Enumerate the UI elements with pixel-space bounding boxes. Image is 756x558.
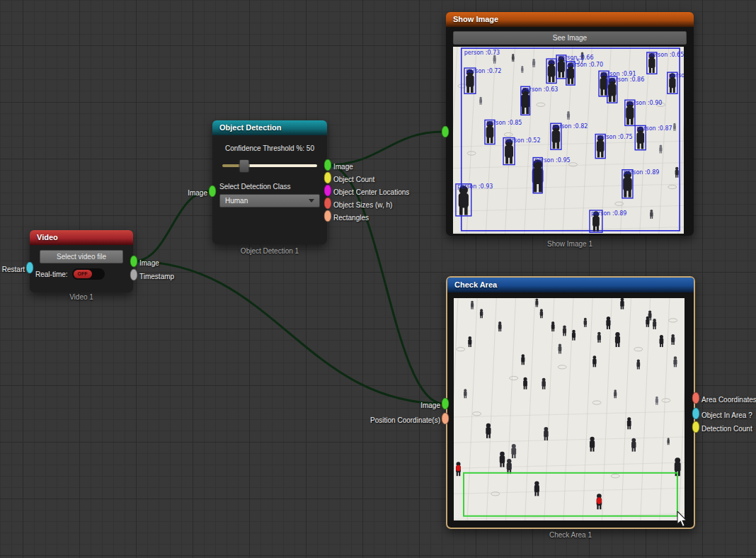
port-label: Object Center Locations — [333, 188, 409, 196]
port-restart[interactable] — [26, 262, 34, 274]
node-video-caption: Video 1 — [30, 293, 133, 301]
port-image[interactable] — [442, 126, 449, 138]
port-label: Rectangles — [333, 214, 369, 222]
port-label: Image — [139, 259, 159, 267]
check-area-preview[interactable] — [454, 298, 685, 520]
svg-text:person :0.82: person :0.82 — [552, 123, 588, 130]
detection-class-value: Human — [225, 197, 248, 205]
svg-text:person :0.75: person :0.75 — [597, 134, 632, 140]
port-label: Detection Count — [701, 425, 752, 433]
node-object-detection-title: Object Detection — [219, 123, 281, 132]
port-label: Position Coordinate(s) — [370, 416, 440, 424]
see-image-button[interactable]: See Image — [453, 31, 687, 45]
chevron-down-icon — [309, 199, 314, 203]
svg-text:person :0.63: person :0.63 — [522, 86, 558, 93]
port-object-sizes-w-h[interactable] — [324, 198, 332, 210]
node-show-image-header[interactable]: Show Image — [446, 12, 694, 27]
node-object-detection-header[interactable]: Object Detection — [212, 120, 327, 135]
wire[interactable] — [328, 132, 443, 165]
select-video-file-button[interactable]: Select video file — [40, 250, 123, 263]
node-video-header[interactable]: Video — [30, 230, 133, 245]
realtime-toggle[interactable]: OFF — [72, 268, 105, 280]
port-position-coordinate-s[interactable] — [442, 413, 449, 425]
port-label: Object Sizes (w, h) — [333, 201, 392, 209]
confidence-threshold-label: Confidence Threshold %: 50 — [212, 144, 327, 152]
port-area-coordinates[interactable] — [692, 392, 700, 404]
show-image-preview: person :0.73person :0.72person :0.63pers… — [453, 47, 684, 234]
port-label: Image — [420, 402, 440, 409]
svg-text:person :0.87: person :0.87 — [636, 125, 672, 132]
wire[interactable] — [134, 261, 443, 404]
node-show-image-caption: Show Image 1 — [446, 240, 694, 248]
port-image[interactable] — [209, 186, 217, 198]
port-label: Restart — [2, 266, 25, 273]
port-label: Image — [188, 189, 207, 197]
port-object-in-area[interactable] — [692, 408, 700, 420]
node-video[interactable]: Video Select video file Real-time: OFF — [30, 230, 133, 292]
slider-track[interactable] — [222, 164, 317, 167]
svg-text:person :0.65: person :0.65 — [648, 52, 684, 58]
port-image[interactable] — [442, 398, 449, 410]
node-video-title: Video — [37, 233, 58, 241]
svg-text:person :0.73: person :0.73 — [464, 50, 500, 56]
node-check-area[interactable]: Check Area — [446, 276, 695, 529]
node-object-detection[interactable]: Object Detection Confidence Threshold %:… — [212, 120, 327, 244]
confidence-threshold-slider[interactable] — [222, 159, 317, 171]
port-image[interactable] — [130, 256, 138, 268]
port-timestamp[interactable] — [130, 269, 138, 281]
port-object-count[interactable] — [324, 172, 332, 184]
node-editor-canvas[interactable]: Video Select video file Real-time: OFF V… — [0, 0, 756, 558]
port-label: Timestamp — [139, 273, 174, 280]
svg-text:person :0.72: person :0.72 — [466, 68, 501, 74]
svg-text:person :0.93: person :0.93 — [457, 183, 493, 190]
svg-text:person :0.95: person :0.95 — [534, 157, 570, 164]
svg-text:person :0.88: person :0.88 — [669, 72, 684, 79]
realtime-toggle-state: OFF — [74, 270, 92, 278]
wire[interactable] — [134, 191, 210, 261]
svg-text:person :0.90: person :0.90 — [626, 100, 662, 106]
detection-class-label: Select Detection Class — [219, 183, 327, 190]
port-detection-count[interactable] — [692, 421, 700, 433]
port-rectangles[interactable] — [324, 210, 332, 222]
svg-text:person :0.85: person :0.85 — [486, 120, 522, 126]
node-check-area-header[interactable]: Check Area — [447, 278, 694, 292]
svg-text:person :0.52: person :0.52 — [505, 137, 540, 144]
port-image[interactable] — [324, 159, 332, 171]
svg-text:person :0.86: person :0.86 — [609, 76, 644, 83]
detection-class-select[interactable]: Human — [219, 194, 320, 207]
port-label: Object In Area ? — [701, 411, 752, 419]
node-check-area-caption: Check Area 1 — [446, 531, 695, 539]
port-label: Object Count — [333, 176, 374, 183]
node-object-detection-caption: Object Detection 1 — [212, 247, 327, 255]
slider-handle[interactable] — [239, 159, 249, 173]
node-check-area-title: Check Area — [454, 280, 497, 289]
svg-text:person :0.66: person :0.66 — [558, 55, 593, 61]
port-object-center-locations[interactable] — [324, 185, 332, 197]
port-label: Image — [333, 163, 353, 171]
svg-text:person :0.89: person :0.89 — [591, 210, 626, 217]
node-show-image[interactable]: Show Image See Image person :0.73person … — [446, 12, 694, 236]
svg-text:person :0.70: person :0.70 — [568, 62, 603, 68]
node-show-image-title: Show Image — [453, 15, 498, 23]
svg-text:person :0.89: person :0.89 — [624, 169, 659, 176]
realtime-label: Real-time: — [35, 271, 68, 278]
mouse-cursor — [677, 511, 688, 528]
port-label: Area Coordinates — [701, 396, 756, 404]
